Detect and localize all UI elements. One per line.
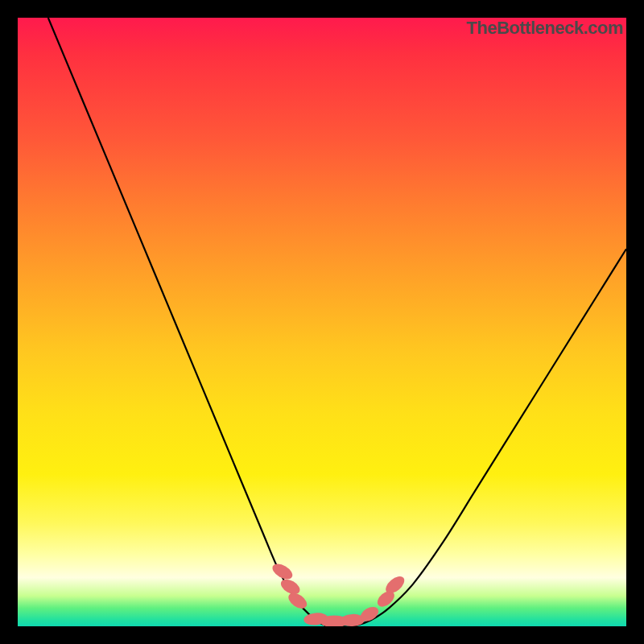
bottleneck-chart — [18, 18, 626, 626]
chart-area: TheBottleneck.com — [18, 18, 626, 626]
bottleneck-curve — [48, 18, 626, 626]
marker-group — [270, 561, 407, 626]
